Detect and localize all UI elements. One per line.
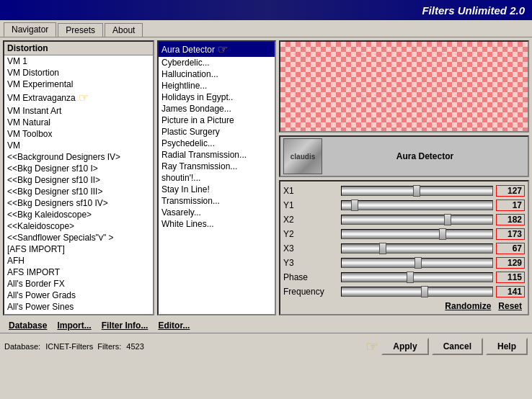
list-item[interactable]: <<Bkg Designers sf10 IV> [4, 197, 153, 209]
list-item[interactable]: VM Toolbox [4, 128, 153, 140]
database-button[interactable]: Database [4, 320, 51, 331]
list-item[interactable]: VM 1 [4, 55, 153, 67]
param-row-frequency: Frequency 141 [283, 285, 525, 298]
reset-button[interactable]: Reset [498, 301, 522, 311]
help-button[interactable]: Help [486, 338, 528, 355]
arrow-icon: ☞ [79, 91, 89, 104]
param-slider-y1[interactable] [341, 200, 493, 210]
filter-item[interactable]: Vasarely... [159, 207, 275, 218]
list-item[interactable]: VM Natural [4, 117, 153, 128]
bottom-bar: Database: ICNET-Filters Filters: 4523 ☞ … [0, 333, 532, 359]
filter-item[interactable]: Hallucination... [159, 68, 275, 80]
param-slider-wrap-y3 [341, 258, 493, 268]
param-slider-frequency[interactable] [341, 287, 493, 297]
param-slider-x2[interactable] [341, 215, 493, 225]
filter-item[interactable]: Ray Transmission... [159, 161, 275, 172]
import-button[interactable]: Import... [53, 320, 95, 331]
param-slider-phase[interactable] [341, 272, 493, 282]
param-slider-x3[interactable] [341, 243, 493, 254]
left-panel-header: Distortion [4, 42, 153, 55]
filter-item[interactable]: Transmission... [159, 195, 275, 207]
param-slider-wrap-y2 [341, 229, 493, 239]
list-item[interactable]: <<Background Designers IV> [4, 151, 153, 163]
param-row-x3: X3 67 [283, 242, 525, 255]
param-slider-x1[interactable] [341, 186, 493, 196]
list-item[interactable]: VM [4, 140, 153, 151]
preview-checkerboard [280, 42, 528, 131]
param-label-x1: X1 [283, 186, 341, 196]
param-slider-y2[interactable] [341, 229, 493, 239]
list-item[interactable]: <<Bkg Designer sf10 I> [4, 163, 153, 174]
list-item[interactable]: VM Extravaganza ☞ [4, 90, 153, 105]
tab-about[interactable]: About [105, 23, 143, 37]
thumbnail-filter-label: Aura Detector [325, 151, 525, 161]
list-item[interactable]: <<Kaleidoscope> [4, 220, 153, 232]
list-item[interactable]: All's Power Toys [4, 313, 153, 314]
filter-item[interactable]: Holidays in Egypt.. [159, 91, 275, 103]
editor-button[interactable]: Editor... [154, 320, 194, 331]
middle-panel: Aura Detector ☞ Cyberdelic... Hallucinat… [157, 40, 276, 315]
filter-item[interactable]: Cyberdelic... [159, 57, 275, 68]
arrow-icon: ☞ [218, 42, 228, 56]
list-item[interactable]: All's Power Sines [4, 301, 153, 313]
param-label-y2: Y2 [283, 229, 341, 239]
param-slider-wrap-x3 [341, 243, 493, 254]
param-slider-wrap-x2 [341, 215, 493, 225]
param-row-phase: Phase 115 [283, 271, 525, 284]
list-item[interactable]: <<Bkg Designer sf10 II> [4, 174, 153, 186]
param-label-phase: Phase [283, 272, 341, 282]
param-row-x2: X2 182 [283, 213, 525, 226]
thumbnail-image: claudis [283, 138, 322, 174]
param-value-x2: 182 [496, 214, 525, 225]
tab-presets[interactable]: Presets [58, 23, 103, 37]
filter-item[interactable]: James Bondage... [159, 103, 275, 115]
list-item[interactable]: VM Instant Art [4, 105, 153, 117]
apply-button[interactable]: Apply [381, 338, 428, 355]
apply-arrow-icon: ☞ [365, 338, 378, 355]
cancel-button[interactable]: Cancel [432, 338, 483, 355]
param-label-y1: Y1 [283, 200, 341, 210]
list-item[interactable]: All's Power Grads [4, 290, 153, 301]
param-buttons-row: Randomize Reset [283, 300, 525, 311]
list-item[interactable]: VM Experimental [4, 79, 153, 90]
action-bar: Database Import... Filter Info... Editor… [0, 318, 532, 333]
left-panel: Distortion VM 1 VM Distortion VM Experim… [4, 42, 153, 314]
param-slider-y3[interactable] [341, 258, 493, 268]
filter-item[interactable]: Heightline... [159, 80, 275, 91]
list-item[interactable]: AFS IMPORT [4, 266, 153, 278]
param-row-y1: Y1 17 [283, 199, 525, 212]
list-item[interactable]: VM Distortion [4, 67, 153, 79]
list-item[interactable]: <<Bkg Kaleidoscope> [4, 209, 153, 220]
filter-item[interactable]: shoutin'!... [159, 172, 275, 184]
filter-item[interactable]: White Lines... [159, 218, 275, 230]
list-item[interactable]: [AFS IMPORT] [4, 243, 153, 255]
tab-navigator[interactable]: Navigator [4, 22, 56, 37]
list-item[interactable]: <<Bkg Designer sf10 III> [4, 186, 153, 197]
param-value-y1: 17 [496, 200, 525, 211]
params-area: X1 127 Y1 17 X2 182 Y2 [279, 180, 529, 315]
param-label-y3: Y3 [283, 258, 341, 268]
list-item[interactable]: <<Sandflower Specials"v" > [4, 232, 153, 243]
param-row-y3: Y3 129 [283, 256, 525, 269]
param-label-x2: X2 [283, 215, 341, 225]
database-label: Database: ICNET-Filters [4, 342, 93, 351]
param-slider-wrap-frequency [341, 287, 493, 297]
filter-item[interactable]: Radial Transmission... [159, 149, 275, 161]
filter-item-plastic-surgery[interactable]: Plastic Surgery [159, 126, 275, 138]
filter-item[interactable]: Psychedelic... [159, 138, 275, 149]
list-item[interactable]: All's Border FX [4, 278, 153, 290]
filter-item-aura-detector[interactable]: Aura Detector ☞ [159, 42, 275, 57]
filter-item[interactable]: Picture in a Picture [159, 115, 275, 126]
param-label-frequency: Frequency [283, 287, 341, 297]
filters-label: Filters: 4523 [97, 342, 144, 351]
filter-item[interactable]: Stay In Line! [159, 184, 275, 195]
title-bar: Filters Unlimited 2.0 [0, 0, 532, 20]
param-value-y2: 173 [496, 228, 525, 240]
param-value-phase: 115 [496, 272, 525, 283]
preview-area [279, 40, 529, 133]
list-item[interactable]: AFH [4, 255, 153, 266]
filter-info-button[interactable]: Filter Info... [97, 320, 153, 331]
param-row-y2: Y2 173 [283, 228, 525, 241]
param-label-x3: X3 [283, 243, 341, 254]
randomize-button[interactable]: Randomize [445, 301, 491, 311]
